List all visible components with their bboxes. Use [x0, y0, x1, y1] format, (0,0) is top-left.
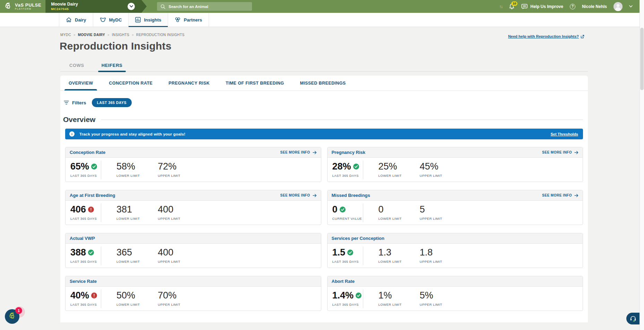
nav-tab-mydc[interactable]: MyDC: [93, 13, 129, 27]
dairy-chevron-button[interactable]: [128, 3, 135, 10]
subtab-overview[interactable]: OVERVIEW: [69, 76, 93, 90]
filters-row: Filters LAST 365 DAYS: [64, 98, 588, 107]
breadcrumb-item-reproduction-insights[interactable]: REPRODUCTION INSIGHTS: [136, 33, 185, 37]
card-header: Conception Rate SEE MORE INFO: [66, 147, 321, 158]
subtab-conception-rate[interactable]: CONCEPTION RATE: [109, 76, 153, 90]
overview-heading: Overview: [63, 115, 95, 124]
upper-limit-value: 400: [158, 248, 173, 257]
help-us-improve-label: Help Us Improve: [530, 4, 563, 9]
see-more-info-link[interactable]: SEE MORE INFO: [542, 150, 578, 154]
upper-limit-group: 5 UPPER LIMIT: [420, 205, 442, 220]
current-value-group: 406 LAST 365 DAYS: [70, 205, 101, 220]
breadcrumb-item-insights[interactable]: INSIGHTS: [112, 33, 129, 37]
status-alert-icon: [88, 207, 94, 212]
card-header: Services per Conception: [328, 233, 583, 244]
nav-tab-insights[interactable]: Insights: [128, 13, 168, 27]
upper-limit-group: 1.8 UPPER LIMIT: [420, 248, 442, 263]
upper-limit-label: UPPER LIMIT: [158, 217, 180, 220]
lower-limit-value: 1.3: [378, 248, 392, 257]
see-more-info-link[interactable]: SEE MORE INFO: [280, 150, 317, 154]
card-title: Service Rate: [70, 279, 97, 284]
upper-limit-value: 400: [158, 205, 173, 214]
insights-icon: [135, 17, 141, 23]
tab-heifers[interactable]: HEIFERS: [102, 59, 123, 71]
current-value-label: CURRENT VALUE: [332, 217, 363, 220]
metric-card-age-at-first-breeding: Age at First Breeding SEE MORE INFO 406 …: [65, 190, 321, 225]
metric-card-service-rate: Service Rate 40% LAST 365 DAYS 50% LOWER…: [65, 276, 321, 311]
current-value: 406: [70, 205, 86, 214]
current-value-group: 388 LAST 365 DAYS: [70, 248, 101, 263]
user-name[interactable]: Nicole Nehls: [582, 4, 607, 9]
dairy-id: MC247045: [51, 7, 78, 11]
need-help-label: Need help with Reproduction Insights?: [508, 34, 579, 38]
upper-limit-group: 400 UPPER LIMIT: [158, 205, 180, 220]
tab-cows[interactable]: COWS: [69, 59, 84, 71]
metric-card-services-per-conception: Services per Conception 1.5 LAST 365 DAY…: [327, 233, 583, 268]
logo-sub: PLATFORM: [15, 8, 41, 10]
need-help-link[interactable]: Need help with Reproduction Insights?: [508, 34, 584, 38]
help-question-icon[interactable]: ?: [570, 4, 575, 9]
search-input[interactable]: [168, 5, 249, 9]
subtab-pregnancy-risk[interactable]: PREGNANCY RISK: [168, 76, 210, 90]
upper-limit-value: 5: [420, 205, 425, 214]
lower-limit-group: 381 LOWER LIMIT: [116, 205, 140, 220]
current-value-label: LAST 365 DAYS: [70, 174, 101, 177]
nav-tab-label: MyDC: [109, 17, 122, 23]
card-title: Age at First Breeding: [70, 193, 115, 198]
dairy-selector[interactable]: Moovie Dairy MC247045: [45, 0, 147, 13]
arrow-right-icon: [574, 151, 578, 154]
lower-limit-label: LOWER LIMIT: [116, 303, 140, 306]
upper-limit-label: UPPER LIMIT: [158, 174, 180, 177]
current-value-group: 40% LAST 365 DAYS: [70, 291, 101, 306]
support-chat-button[interactable]: [626, 313, 639, 324]
avatar[interactable]: [613, 2, 623, 11]
header-right-cluster: ↑↓ 10 Help Us Improve ? Nicole Nehls: [499, 2, 639, 11]
status-ok-icon: [88, 250, 94, 255]
set-thresholds-link[interactable]: Set Thresholds: [551, 132, 578, 136]
upper-limit-label: UPPER LIMIT: [158, 260, 180, 263]
filters-label: Filters: [72, 100, 86, 105]
lower-limit-label: LOWER LIMIT: [378, 217, 402, 220]
subtab-time-of-first-breeding[interactable]: TIME OF FIRST BREEDING: [226, 76, 284, 90]
card-title: Services per Conception: [332, 236, 384, 241]
nav-tab-dairy[interactable]: Dairy: [59, 13, 93, 27]
lower-limit-value: 58%: [116, 162, 135, 171]
filters-button[interactable]: Filters: [64, 100, 86, 105]
lower-limit-group: 1.3 LOWER LIMIT: [378, 248, 402, 263]
notifications-button[interactable]: 10: [509, 3, 515, 10]
breadcrumb-separator: >: [107, 33, 110, 37]
breadcrumb-item-mydc[interactable]: MYDC: [60, 33, 71, 37]
animal-search[interactable]: [157, 2, 252, 11]
vas-pulse-logo[interactable]: VaS PULSE PLATFORM: [0, 2, 45, 11]
overview-heading-row: Overview: [63, 115, 583, 124]
info-icon: i: [69, 131, 75, 137]
see-more-info-link[interactable]: SEE MORE INFO: [542, 193, 578, 197]
date-range-chip[interactable]: LAST 365 DAYS: [92, 98, 132, 107]
help-us-improve-button[interactable]: Help Us Improve: [521, 4, 563, 9]
metric-card-pregnancy-risk: Pregnancy Risk SEE MORE INFO 28% LAST 36…: [327, 147, 583, 182]
arrow-right-icon: [313, 151, 317, 154]
top-header-bar: VaS PULSE PLATFORM Moovie Dairy MC247045…: [0, 0, 639, 13]
value-divider: [101, 160, 101, 179]
current-value: 65%: [70, 162, 89, 171]
user-menu-chevron-icon[interactable]: [629, 5, 633, 8]
card-header: Actual VWP: [66, 233, 321, 244]
status-ok-icon: [340, 207, 346, 212]
vertical-scrollbar[interactable]: [639, 0, 644, 330]
lower-limit-label: LOWER LIMIT: [378, 260, 402, 263]
scrollbar-thumb[interactable]: [640, 28, 644, 90]
metric-cards-grid: Conception Rate SEE MORE INFO 65% LAST 3…: [65, 147, 583, 311]
card-header: Missed Breedings SEE MORE INFO: [328, 190, 583, 201]
see-more-label: SEE MORE INFO: [280, 150, 310, 154]
upper-limit-label: UPPER LIMIT: [158, 303, 180, 306]
lower-limit-value: 381: [116, 205, 132, 214]
card-body: 65% LAST 365 DAYS 58% LOWER LIMIT 72% UP…: [66, 158, 321, 182]
chevron-down-icon: [130, 5, 133, 8]
see-more-info-link[interactable]: SEE MORE INFO: [280, 193, 317, 197]
nav-tab-partners[interactable]: Partners: [168, 13, 209, 27]
upper-limit-value: 5%: [420, 291, 433, 300]
sort-arrows-icon[interactable]: ↑↓: [499, 4, 502, 9]
subtab-missed-breedings[interactable]: MISSED BREEDINGS: [300, 76, 346, 90]
status-alert-icon: [91, 293, 97, 298]
breadcrumb-item-moovie-dairy[interactable]: MOOVIE DAIRY: [78, 33, 105, 37]
